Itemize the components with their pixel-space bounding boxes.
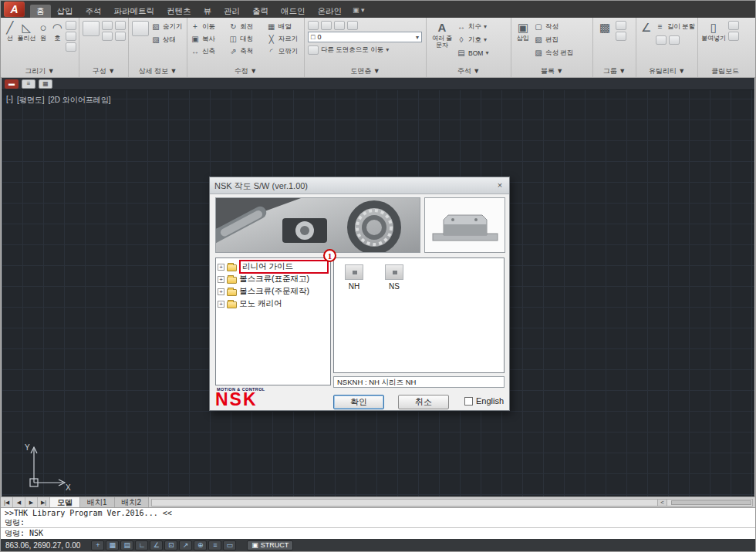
- hide-tool[interactable]: ▧ 숨기기: [151, 21, 183, 32]
- tab-view[interactable]: 뷰: [197, 5, 218, 18]
- status-tool[interactable]: ▨ 상태: [151, 34, 183, 45]
- viewport-visual-style-control[interactable]: [2D 와이어프레임]: [48, 95, 110, 106]
- trim-tool[interactable]: ╳자르기: [267, 33, 302, 45]
- quick-properties-icon[interactable]: ▭: [223, 540, 236, 550]
- infer-constraints-icon[interactable]: +: [91, 540, 104, 550]
- polyline-tool[interactable]: ◺ 폴리선: [18, 21, 35, 42]
- array-tool[interactable]: ▦배열: [267, 21, 302, 32]
- tree-item-ballscrew-stock[interactable]: + 볼스크류(표준재고): [218, 273, 329, 285]
- panel-label-group[interactable]: 그룹 ▼: [593, 66, 636, 76]
- circle-tool[interactable]: ○ 원: [37, 21, 49, 42]
- ribbon-options-icon[interactable]: ▣ ▾: [348, 5, 370, 18]
- group-edit-icon[interactable]: [616, 32, 626, 41]
- app-menu-button[interactable]: A: [4, 2, 25, 17]
- panel-label-annotation[interactable]: 주석 ▼: [427, 66, 511, 76]
- tab-layout1[interactable]: 배치1: [80, 497, 115, 507]
- move-tool[interactable]: +이동: [191, 21, 225, 32]
- id-point-icon[interactable]: [669, 35, 680, 45]
- mirror-tool[interactable]: ◫대칭: [228, 33, 263, 45]
- edit-attribute-tool[interactable]: ▨ 속성 편집: [534, 47, 573, 59]
- cancel-button[interactable]: 취소: [398, 395, 449, 409]
- tab-model[interactable]: 모델: [50, 497, 80, 507]
- fillet-tool[interactable]: ◜모깎기: [267, 45, 302, 57]
- tab-output[interactable]: 출력: [246, 5, 275, 18]
- panel-label-utility[interactable]: 유틸리티 ▼: [636, 66, 697, 76]
- scale-tool[interactable]: ⇗축척: [228, 45, 263, 57]
- tree-item-ballscrew-custom[interactable]: + 볼스크류(주문제작): [218, 285, 329, 298]
- hatch-icon[interactable]: [66, 32, 76, 41]
- stretch-tool[interactable]: ↔신축: [191, 45, 225, 57]
- dimension-tool[interactable]: ↔ 치수 ▾: [457, 21, 488, 32]
- divide-tool[interactable]: ≡ 길이 분할: [656, 21, 695, 32]
- detail-icon[interactable]: [132, 21, 149, 36]
- tab-online[interactable]: 온라인: [312, 5, 349, 18]
- panel-label-detail[interactable]: 상세 정보 ▼: [129, 66, 187, 76]
- grid-icon[interactable]: ▤: [120, 540, 133, 550]
- group-tool[interactable]: ▩: [596, 21, 613, 35]
- panel-label-compose[interactable]: 구성 ▼: [79, 66, 128, 76]
- dialog-titlebar[interactable]: NSK 작도 S/W (ver.1.00) ×: [210, 177, 509, 194]
- bom-tool[interactable]: ▤ BOM ▾: [457, 47, 488, 59]
- expand-icon[interactable]: +: [218, 264, 224, 271]
- lineweight-icon[interactable]: ≡: [208, 540, 221, 550]
- grid-view-icon[interactable]: ▦: [39, 79, 52, 89]
- move-to-layer-tool[interactable]: 다른 도면층으로 이동 ▾: [308, 44, 424, 56]
- expand-icon[interactable]: +: [218, 301, 224, 308]
- copy-clip-icon[interactable]: [728, 32, 739, 41]
- compose-sub-icon[interactable]: [102, 21, 113, 30]
- viewport-minimize-control[interactable]: [-]: [6, 95, 13, 106]
- mtext-tool[interactable]: A 여러 줄 문자: [430, 21, 454, 49]
- tree-item-mono-carrier[interactable]: + 모노 캐리어: [218, 298, 329, 310]
- scroll-left-icon[interactable]: <: [657, 500, 667, 506]
- snap-icon[interactable]: ▦: [106, 540, 119, 550]
- dynamic-input-icon[interactable]: ⊕: [194, 540, 207, 550]
- compose-sub-icon[interactable]: [102, 32, 113, 41]
- measure-tool[interactable]: ∠: [640, 21, 653, 35]
- plugin-toolbar-icon[interactable]: ▬: [5, 79, 19, 89]
- struct-button[interactable]: ▣ STRUCT: [247, 540, 293, 550]
- expand-icon[interactable]: +: [218, 276, 224, 283]
- close-icon[interactable]: ×: [494, 180, 506, 191]
- copy-tool[interactable]: ▣복사: [191, 33, 225, 45]
- panel-label-modify[interactable]: 수정 ▼: [187, 66, 304, 76]
- tab-contents[interactable]: 컨텐츠: [160, 5, 197, 18]
- paste-tool[interactable]: ▯ 붙여넣기: [701, 21, 726, 42]
- horizontal-scrollbar[interactable]: <: [151, 499, 753, 507]
- tab-manage[interactable]: 관리: [218, 5, 246, 18]
- layer-select[interactable]: □ 0 ▾: [308, 32, 422, 42]
- command-input[interactable]: 명령: NSK: [1, 528, 755, 539]
- tree-item-linear-guide[interactable]: + 리니어 가이드: [218, 261, 329, 273]
- tab-parametric[interactable]: 파라메트릭: [108, 5, 161, 18]
- object-snap-tracking-icon[interactable]: ↗: [179, 540, 192, 550]
- ortho-icon[interactable]: ∟: [135, 540, 148, 550]
- tab-insert[interactable]: 삽입: [51, 5, 79, 18]
- viewport-view-control[interactable]: [평면도]: [17, 95, 45, 106]
- tab-layout2[interactable]: 배치2: [115, 497, 150, 507]
- expand-icon[interactable]: +: [218, 288, 224, 295]
- list-view-icon[interactable]: ≡: [22, 79, 35, 89]
- insert-block-tool[interactable]: ▣ 삽입: [515, 21, 532, 42]
- object-snap-icon[interactable]: ⊡: [164, 540, 177, 550]
- tab-addins[interactable]: 애드인: [275, 5, 312, 18]
- layer-lock-icon[interactable]: [347, 21, 358, 30]
- compose-sub-icon[interactable]: [115, 32, 126, 41]
- ungroup-icon[interactable]: [616, 21, 626, 30]
- last-tab-icon[interactable]: ▶|: [38, 497, 50, 507]
- layer-properties-icon[interactable]: [308, 21, 319, 30]
- cut-icon[interactable]: [728, 21, 739, 30]
- edit-block-tool[interactable]: ▧ 편집: [534, 34, 573, 45]
- tab-home[interactable]: 홈: [30, 5, 51, 18]
- polar-tracking-icon[interactable]: ∠: [150, 540, 163, 550]
- create-block-tool[interactable]: ▢ 작성: [534, 21, 573, 32]
- english-checkbox[interactable]: English: [464, 396, 504, 406]
- line-tool[interactable]: ╱ 선: [4, 21, 15, 42]
- rectangle-icon[interactable]: [66, 21, 76, 30]
- rotate-tool[interactable]: ↻회전: [228, 21, 263, 32]
- panel-label-draw[interactable]: 그리기 ▼: [1, 66, 79, 76]
- ellipse-icon[interactable]: [66, 42, 76, 52]
- panel-label-layers[interactable]: 도면층 ▼: [305, 66, 426, 76]
- prev-tab-icon[interactable]: ◀: [13, 497, 25, 507]
- list-item-nh[interactable]: NH: [345, 264, 363, 291]
- compose-sub-icon[interactable]: [115, 21, 126, 30]
- ok-button[interactable]: 확인: [333, 395, 384, 409]
